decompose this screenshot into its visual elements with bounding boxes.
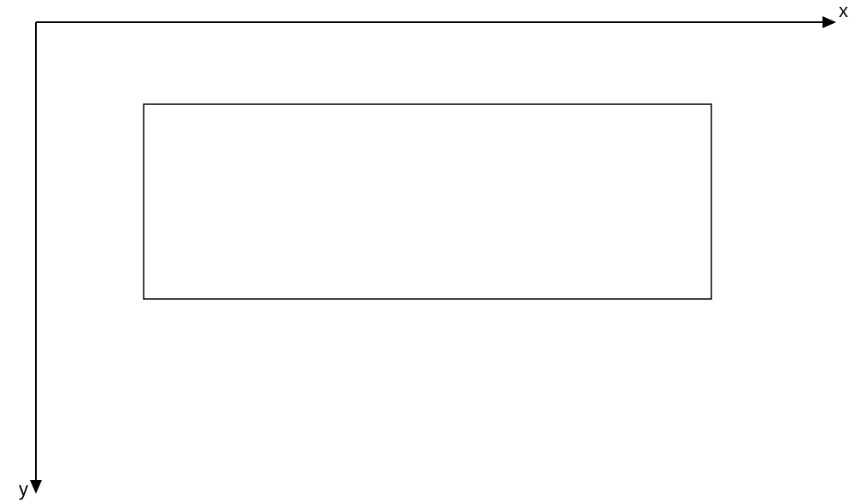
x-axis-arrowhead-icon	[823, 16, 836, 28]
diagram-container: x y	[0, 0, 855, 504]
coordinate-diagram	[0, 0, 855, 504]
y-axis-arrowhead-icon	[30, 480, 42, 494]
x-axis-label: x	[839, 0, 848, 22]
y-axis-label: y	[19, 478, 28, 501]
bounding-rectangle	[144, 104, 711, 299]
